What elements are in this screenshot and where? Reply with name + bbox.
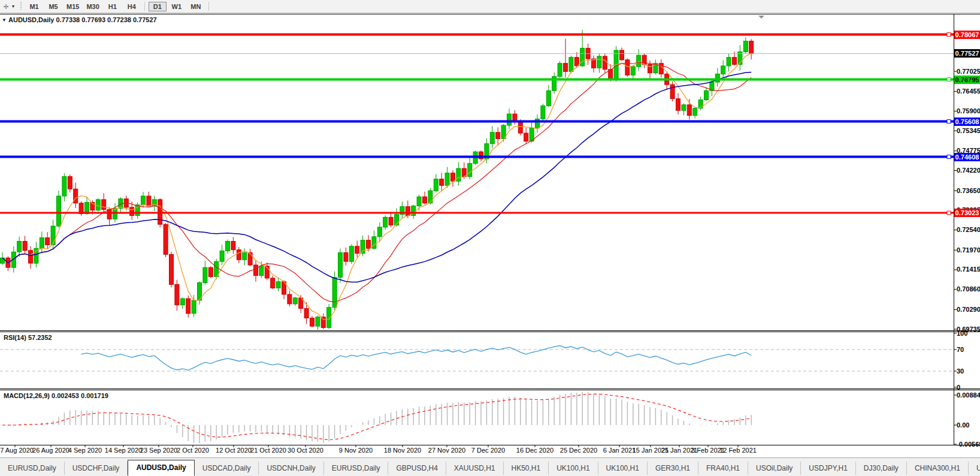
chart-tab-uk100-h1[interactable]: UK100,H1 — [549, 462, 598, 475]
chart-tab-audusd-daily[interactable]: AUDUSD,Daily — [128, 460, 194, 476]
chart-tab-china300-h1[interactable]: CHINA300,H1 — [907, 462, 969, 475]
timeframe-button-M15[interactable]: M15 — [63, 2, 82, 11]
level-handle[interactable] — [947, 155, 951, 159]
chart-tab-uk100-h1[interactable]: UK100,H1 — [598, 462, 648, 475]
timeframe-button-M5[interactable]: M5 — [44, 2, 62, 11]
chart-tab-eurusd-daily[interactable]: EURUSD,Daily — [0, 462, 65, 475]
toolbar-separator — [144, 2, 145, 11]
toolbar-grip[interactable] — [19, 2, 22, 11]
chart-tab-bar: EURUSD,DailyUSDCHF,DailyAUDUSD,DailyUSDC… — [0, 457, 980, 476]
chart-tab-ger30-h1[interactable]: GER30,H1 — [648, 462, 698, 475]
timeframe-toolbar: ✛ ▾ M1M5M15M30H1H4D1W1MN — [0, 0, 980, 13]
chart-tab-dj30-daily[interactable]: DJ30,Daily — [856, 462, 907, 475]
chart-tab-xauusd-h1[interactable]: XAUUSD,H1 — [446, 462, 504, 475]
chart-tab-fra40-h1[interactable]: FRA40,H1 — [698, 462, 748, 475]
timeframe-button-M30[interactable]: M30 — [83, 2, 102, 11]
timeframe-button-MN[interactable]: MN — [187, 2, 205, 11]
mt4-window: { "toolbar": { "left_icon": "crosshair-i… — [0, 0, 980, 476]
timeframe-button-H1[interactable]: H1 — [104, 2, 122, 11]
chart-tab-gbpusd-h4[interactable]: GBPUSD,H4 — [388, 462, 446, 475]
price-chart-canvas — [0, 0, 980, 476]
chevron-down-icon[interactable]: ▾ — [12, 4, 14, 9]
toolbar-separator — [208, 2, 209, 11]
level-handle[interactable] — [947, 211, 951, 215]
chart-tab-usoil-h1[interactable]: USOil,H1 — [969, 462, 980, 475]
chart-window: ▼ AUDUSD,Daily 0.77338 0.77693 0.77238 0… — [0, 0, 980, 476]
timeframe-button-M1[interactable]: M1 — [25, 2, 43, 11]
chart-tab-usdcnh-daily[interactable]: USDCNH,Daily — [259, 462, 323, 475]
level-handle[interactable] — [947, 120, 951, 123]
chart-tab-hk50-h1[interactable]: HK50,H1 — [504, 462, 549, 475]
chart-tab-usdjpy-h1[interactable]: USDJPY,H1 — [801, 462, 855, 475]
timeframe-button-H4[interactable]: H4 — [123, 2, 141, 11]
chart-tab-usdcad-daily[interactable]: USDCAD,Daily — [195, 462, 259, 475]
chart-tab-usdchf-daily[interactable]: USDCHF,Daily — [65, 462, 128, 475]
crosshair-icon[interactable]: ✛ — [1, 2, 11, 11]
level-handle[interactable] — [947, 33, 951, 37]
timeframe-button-W1[interactable]: W1 — [168, 2, 186, 11]
level-handle[interactable] — [947, 78, 951, 82]
chart-tab-usoil-daily[interactable]: USOil,Daily — [748, 462, 801, 475]
timeframe-button-D1[interactable]: D1 — [149, 2, 167, 11]
chart-tab-eurusd-daily[interactable]: EURUSD,Daily — [324, 462, 389, 475]
